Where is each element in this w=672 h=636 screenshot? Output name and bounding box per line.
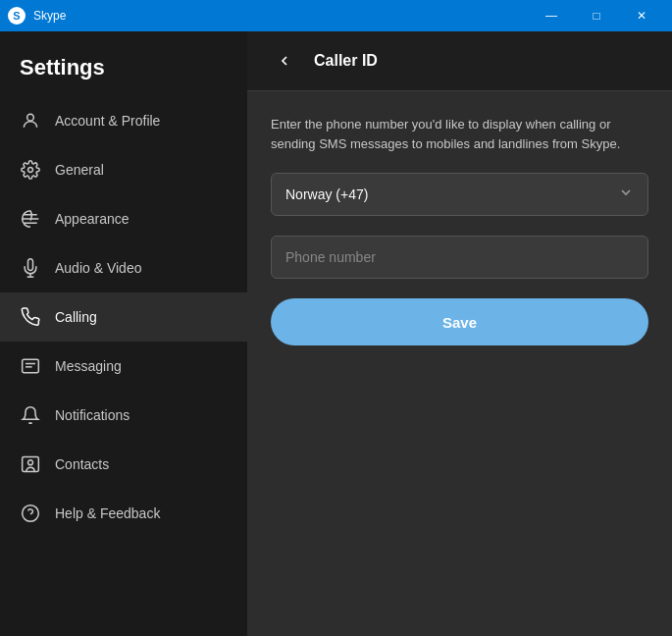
help-icon [20,503,41,524]
maximize-button[interactable]: □ [574,0,619,31]
svg-point-1 [28,168,33,173]
main-content: Caller ID Enter the phone number you'd l… [247,31,672,636]
help-label: Help & Feedback [55,505,160,521]
sidebar-header: Settings [0,31,247,96]
sidebar-item-notifications[interactable]: Notifications [0,391,247,440]
contacts-icon [20,453,41,475]
country-value: Norway (+47) [285,186,368,202]
phone-number-input[interactable] [271,236,648,279]
messaging-label: Messaging [55,358,122,374]
account-label: Account & Profile [55,113,160,129]
sidebar-item-calling[interactable]: Calling [0,292,247,342]
save-button[interactable]: Save [271,298,648,345]
messaging-icon [20,355,41,377]
content-header: Caller ID [247,31,672,91]
country-dropdown[interactable]: Norway (+47) [271,173,648,216]
content-body: Enter the phone number you'd like to dis… [247,91,672,636]
sidebar: Settings Account & Profile [0,31,247,636]
window-controls: — □ ✕ [529,0,664,31]
appearance-icon [20,208,41,230]
svg-point-9 [23,505,39,522]
notifications-icon [20,404,41,426]
svg-rect-4 [23,359,39,372]
sidebar-item-account[interactable]: Account & Profile [0,96,247,145]
skype-logo: S [8,7,26,25]
calling-label: Calling [55,309,97,325]
title-bar-left: S Skype [8,7,66,25]
app-container: Settings Account & Profile [0,31,672,636]
audio-video-label: Audio & Video [55,260,141,276]
sidebar-item-messaging[interactable]: Messaging [0,342,247,391]
general-label: General [55,162,104,178]
audio-video-icon [20,257,41,279]
app-title: Skype [33,9,66,23]
minimize-button[interactable]: — [529,0,574,31]
sidebar-item-appearance[interactable]: Appearance [0,194,247,243]
general-icon [20,159,41,181]
sidebar-title: Settings [20,55,228,80]
sidebar-item-help[interactable]: Help & Feedback [0,489,247,538]
title-bar: S Skype — □ ✕ [0,0,672,31]
svg-point-0 [27,114,34,121]
content-title: Caller ID [314,52,378,70]
sidebar-nav: Account & Profile General [0,96,247,636]
chevron-down-icon [618,185,634,204]
appearance-label: Appearance [55,211,129,227]
sidebar-item-contacts[interactable]: Contacts [0,440,247,489]
svg-rect-7 [23,457,39,472]
sidebar-item-audio-video[interactable]: Audio & Video [0,243,247,292]
close-button[interactable]: ✕ [619,0,664,31]
description-text: Enter the phone number you'd like to dis… [271,115,648,153]
contacts-label: Contacts [55,456,109,472]
back-button[interactable] [271,47,298,75]
sidebar-item-general[interactable]: General [0,145,247,194]
notifications-label: Notifications [55,407,129,423]
calling-icon [20,306,41,328]
account-icon [20,110,41,132]
svg-point-8 [28,460,33,465]
